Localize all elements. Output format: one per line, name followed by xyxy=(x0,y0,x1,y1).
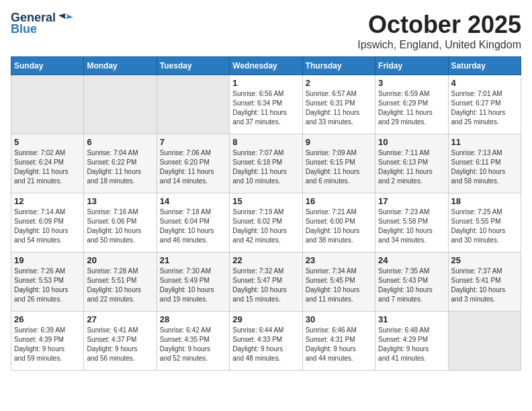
calendar-cell: 1Sunrise: 6:56 AM Sunset: 6:34 PM Daylig… xyxy=(230,75,302,134)
calendar-cell: 23Sunrise: 7:34 AM Sunset: 5:45 PM Dayli… xyxy=(302,253,375,312)
day-info: Sunrise: 7:01 AM Sunset: 6:27 PM Dayligh… xyxy=(451,89,518,127)
calendar-cell: 20Sunrise: 7:28 AM Sunset: 5:51 PM Dayli… xyxy=(84,253,157,312)
weekday-header-saturday: Saturday xyxy=(448,57,521,75)
day-info: Sunrise: 6:46 AM Sunset: 4:31 PM Dayligh… xyxy=(306,326,372,363)
day-number: 10 xyxy=(378,137,445,147)
day-info: Sunrise: 7:25 AM Sunset: 5:55 PM Dayligh… xyxy=(451,208,518,245)
day-info: Sunrise: 6:48 AM Sunset: 4:29 PM Dayligh… xyxy=(378,326,445,363)
calendar-cell: 17Sunrise: 7:23 AM Sunset: 5:58 PM Dayli… xyxy=(375,193,448,253)
week-row-4: 26Sunrise: 6:39 AM Sunset: 4:39 PM Dayli… xyxy=(11,312,521,371)
day-info: Sunrise: 7:28 AM Sunset: 5:51 PM Dayligh… xyxy=(87,267,153,304)
day-info: Sunrise: 7:26 AM Sunset: 5:53 PM Dayligh… xyxy=(14,267,81,304)
calendar-cell: 13Sunrise: 7:16 AM Sunset: 6:06 PM Dayli… xyxy=(84,193,157,253)
calendar-table: SundayMondayTuesdayWednesdayThursdayFrid… xyxy=(11,56,521,371)
day-number: 3 xyxy=(378,78,445,88)
month-title: October 2025 xyxy=(357,11,521,39)
svg-marker-0 xyxy=(65,13,73,19)
day-info: Sunrise: 6:57 AM Sunset: 6:31 PM Dayligh… xyxy=(306,89,372,127)
day-number: 13 xyxy=(87,196,153,206)
calendar-cell: 16Sunrise: 7:21 AM Sunset: 6:00 PM Dayli… xyxy=(302,193,375,253)
calendar-cell: 26Sunrise: 6:39 AM Sunset: 4:39 PM Dayli… xyxy=(11,312,84,371)
day-info: Sunrise: 7:06 AM Sunset: 6:20 PM Dayligh… xyxy=(160,148,226,186)
calendar-cell xyxy=(157,75,229,134)
calendar-cell: 18Sunrise: 7:25 AM Sunset: 5:55 PM Dayli… xyxy=(448,193,521,253)
calendar-cell: 4Sunrise: 7:01 AM Sunset: 6:27 PM Daylig… xyxy=(448,75,521,134)
calendar-cell: 31Sunrise: 6:48 AM Sunset: 4:29 PM Dayli… xyxy=(375,312,448,371)
calendar-cell: 28Sunrise: 6:42 AM Sunset: 4:35 PM Dayli… xyxy=(157,312,229,371)
logo: General Blue xyxy=(11,11,73,36)
day-info: Sunrise: 7:32 AM Sunset: 5:47 PM Dayligh… xyxy=(232,267,299,304)
location-title: Ipswich, England, United Kingdom xyxy=(357,39,521,51)
day-number: 31 xyxy=(378,314,445,324)
day-number: 11 xyxy=(451,137,518,147)
calendar-cell: 22Sunrise: 7:32 AM Sunset: 5:47 PM Dayli… xyxy=(230,253,302,312)
day-number: 21 xyxy=(160,255,226,265)
calendar-cell: 12Sunrise: 7:14 AM Sunset: 6:09 PM Dayli… xyxy=(11,193,84,253)
day-number: 14 xyxy=(160,196,226,206)
day-number: 17 xyxy=(378,196,445,206)
week-row-1: 5Sunrise: 7:02 AM Sunset: 6:24 PM Daylig… xyxy=(11,134,521,193)
calendar-cell: 5Sunrise: 7:02 AM Sunset: 6:24 PM Daylig… xyxy=(11,134,84,193)
day-number: 2 xyxy=(306,78,372,88)
day-number: 15 xyxy=(232,196,299,206)
day-info: Sunrise: 6:39 AM Sunset: 4:39 PM Dayligh… xyxy=(14,326,81,363)
day-info: Sunrise: 7:02 AM Sunset: 6:24 PM Dayligh… xyxy=(14,148,81,186)
day-number: 5 xyxy=(14,137,81,147)
day-info: Sunrise: 6:41 AM Sunset: 4:37 PM Dayligh… xyxy=(87,326,153,363)
calendar-cell: 24Sunrise: 7:35 AM Sunset: 5:43 PM Dayli… xyxy=(375,253,448,312)
week-row-3: 19Sunrise: 7:26 AM Sunset: 5:53 PM Dayli… xyxy=(11,253,521,312)
day-info: Sunrise: 7:18 AM Sunset: 6:04 PM Dayligh… xyxy=(160,208,226,245)
calendar-cell: 2Sunrise: 6:57 AM Sunset: 6:31 PM Daylig… xyxy=(302,75,375,134)
calendar-cell: 7Sunrise: 7:06 AM Sunset: 6:20 PM Daylig… xyxy=(157,134,229,193)
weekday-header-tuesday: Tuesday xyxy=(157,57,229,75)
title-area: October 2025 Ipswich, England, United Ki… xyxy=(357,11,521,51)
calendar-cell: 14Sunrise: 7:18 AM Sunset: 6:04 PM Dayli… xyxy=(157,193,229,253)
day-number: 26 xyxy=(14,314,81,324)
calendar-cell: 8Sunrise: 7:07 AM Sunset: 6:18 PM Daylig… xyxy=(230,134,302,193)
day-number: 25 xyxy=(451,255,518,265)
weekday-header-thursday: Thursday xyxy=(302,57,375,75)
day-info: Sunrise: 6:44 AM Sunset: 4:33 PM Dayligh… xyxy=(232,326,299,363)
weekday-header-monday: Monday xyxy=(84,57,157,75)
day-info: Sunrise: 7:04 AM Sunset: 6:22 PM Dayligh… xyxy=(87,148,153,186)
calendar-cell: 11Sunrise: 7:13 AM Sunset: 6:11 PM Dayli… xyxy=(448,134,521,193)
day-number: 16 xyxy=(306,196,372,206)
day-info: Sunrise: 7:23 AM Sunset: 5:58 PM Dayligh… xyxy=(378,208,445,245)
day-number: 29 xyxy=(232,314,299,324)
day-info: Sunrise: 7:16 AM Sunset: 6:06 PM Dayligh… xyxy=(87,208,153,245)
logo-bird-icon xyxy=(58,12,73,24)
day-info: Sunrise: 7:09 AM Sunset: 6:15 PM Dayligh… xyxy=(306,148,372,186)
calendar-cell: 29Sunrise: 6:44 AM Sunset: 4:33 PM Dayli… xyxy=(230,312,302,371)
day-number: 22 xyxy=(232,255,299,265)
calendar-cell xyxy=(11,75,84,134)
day-number: 23 xyxy=(306,255,372,265)
weekday-header-wednesday: Wednesday xyxy=(230,57,302,75)
day-number: 30 xyxy=(306,314,372,324)
day-info: Sunrise: 7:11 AM Sunset: 6:13 PM Dayligh… xyxy=(378,148,445,186)
calendar-cell xyxy=(84,75,157,134)
day-info: Sunrise: 7:19 AM Sunset: 6:02 PM Dayligh… xyxy=(232,208,299,245)
calendar-cell: 15Sunrise: 7:19 AM Sunset: 6:02 PM Dayli… xyxy=(230,193,302,253)
week-row-0: 1Sunrise: 6:56 AM Sunset: 6:34 PM Daylig… xyxy=(11,75,521,134)
day-info: Sunrise: 6:42 AM Sunset: 4:35 PM Dayligh… xyxy=(160,326,226,363)
calendar-cell: 25Sunrise: 7:37 AM Sunset: 5:41 PM Dayli… xyxy=(448,253,521,312)
svg-marker-1 xyxy=(58,13,65,19)
day-info: Sunrise: 7:07 AM Sunset: 6:18 PM Dayligh… xyxy=(232,148,299,186)
day-info: Sunrise: 6:56 AM Sunset: 6:34 PM Dayligh… xyxy=(232,89,299,127)
day-number: 28 xyxy=(160,314,226,324)
calendar-cell: 21Sunrise: 7:30 AM Sunset: 5:49 PM Dayli… xyxy=(157,253,229,312)
calendar-cell: 10Sunrise: 7:11 AM Sunset: 6:13 PM Dayli… xyxy=(375,134,448,193)
day-number: 4 xyxy=(451,78,518,88)
day-number: 20 xyxy=(87,255,153,265)
calendar-cell: 19Sunrise: 7:26 AM Sunset: 5:53 PM Dayli… xyxy=(11,253,84,312)
day-info: Sunrise: 7:34 AM Sunset: 5:45 PM Dayligh… xyxy=(306,267,372,304)
day-info: Sunrise: 7:13 AM Sunset: 6:11 PM Dayligh… xyxy=(451,148,518,186)
logo-blue: Blue xyxy=(11,22,37,36)
calendar-cell: 30Sunrise: 6:46 AM Sunset: 4:31 PM Dayli… xyxy=(302,312,375,371)
day-info: Sunrise: 7:35 AM Sunset: 5:43 PM Dayligh… xyxy=(378,267,445,304)
day-number: 1 xyxy=(232,78,299,88)
week-row-2: 12Sunrise: 7:14 AM Sunset: 6:09 PM Dayli… xyxy=(11,193,521,253)
day-number: 6 xyxy=(87,137,153,147)
day-info: Sunrise: 7:37 AM Sunset: 5:41 PM Dayligh… xyxy=(451,267,518,304)
weekday-header-sunday: Sunday xyxy=(11,57,84,75)
